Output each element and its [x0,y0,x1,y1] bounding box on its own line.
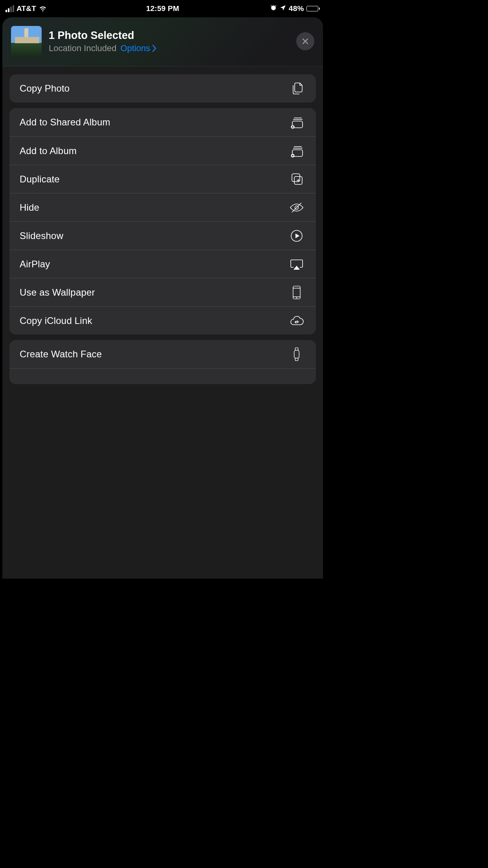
hide-row[interactable]: Hide [9,193,316,221]
add-album-icon [288,143,306,159]
copy-pages-icon [288,81,306,96]
share-sheet-container: 1 Photo Selected Location Included Optio… [0,17,325,579]
watch-icon [288,346,306,362]
phone-icon [288,285,306,300]
action-group: Create Watch Face [9,340,316,384]
row-label: Add to Album [20,145,77,156]
copy-photo-row[interactable]: Copy Photo [9,74,316,103]
svg-point-2 [292,126,293,127]
photo-thumbnail[interactable] [11,26,42,57]
battery-percent: 48% [289,4,304,13]
share-sheet: 1 Photo Selected Location Included Optio… [2,17,323,579]
carrier-label: AT&T [17,4,36,13]
action-group: Copy Photo [9,74,316,103]
row-label: Use as Wallpaper [20,287,95,298]
row-label: Duplicate [20,174,60,185]
row-label: Copy iCloud Link [20,315,92,326]
chevron-right-icon [152,45,156,52]
cloud-link-icon [288,313,306,329]
close-icon [301,37,309,45]
sheet-title: 1 Photo Selected [49,29,289,42]
use-as-wallpaper-row[interactable]: Use as Wallpaper [9,278,316,306]
status-left: AT&T [6,4,47,14]
row-label: Hide [20,202,39,213]
battery-icon [306,6,320,11]
row-label: AirPlay [20,259,50,270]
hide-icon [288,200,306,215]
action-group: Add to Shared Album Add to Album [9,108,316,335]
duplicate-row[interactable]: Duplicate [9,165,316,193]
svg-point-10 [296,297,297,298]
header-text: 1 Photo Selected Location Included Optio… [49,29,289,53]
partial-row[interactable] [9,368,316,384]
sheet-header: 1 Photo Selected Location Included Optio… [2,17,323,66]
copy-icloud-link-row[interactable]: Copy iCloud Link [9,306,316,335]
cell-signal-icon [6,5,14,12]
row-label: Copy Photo [20,83,70,94]
airplay-icon [288,256,306,272]
row-label: Add to Shared Album [20,117,110,128]
shared-album-icon [288,114,306,130]
sheet-body[interactable]: Copy Photo Add to Shared Album [2,66,323,579]
location-icon [279,4,286,13]
sheet-subtitle-row: Location Included Options [49,43,289,53]
svg-rect-11 [294,350,299,358]
row-label: Slideshow [20,230,63,241]
location-included-label: Location Included [49,43,116,53]
close-button[interactable] [296,32,314,50]
options-link[interactable]: Options [120,43,156,53]
duplicate-icon [288,171,306,187]
status-bar: AT&T 12:59 PM 48% [0,0,325,17]
options-label: Options [120,43,150,53]
play-circle-icon [288,228,306,244]
airplay-row[interactable]: AirPlay [9,250,316,278]
add-to-shared-album-row[interactable]: Add to Shared Album [9,108,316,136]
status-right: 48% [270,4,320,13]
create-watch-face-row[interactable]: Create Watch Face [9,340,316,368]
alarm-icon [270,4,277,13]
row-label: Create Watch Face [20,349,102,360]
wifi-icon [39,4,47,14]
slideshow-row[interactable]: Slideshow [9,221,316,250]
add-to-album-row[interactable]: Add to Album [9,136,316,165]
